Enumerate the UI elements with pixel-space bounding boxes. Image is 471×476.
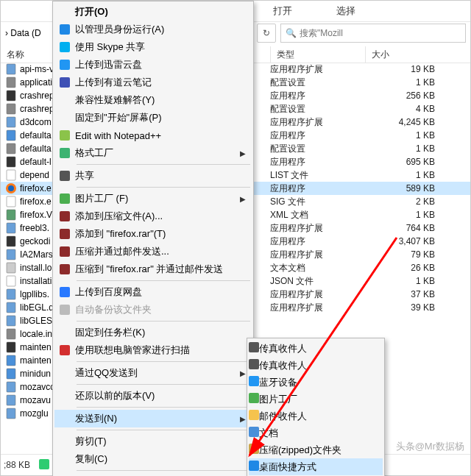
file-type: XML 文档: [264, 209, 358, 221]
file-size: 1 KB: [358, 130, 470, 141]
menu-item-label: 使用联想电脑管家进行扫描: [75, 344, 240, 357]
file-type: 应用程序: [264, 235, 358, 248]
file-icon: [5, 328, 17, 340]
tab-select[interactable]: 选择: [314, 4, 378, 18]
file-size: 1 KB: [358, 276, 470, 286]
file-icon: [5, 169, 17, 181]
menu-item[interactable]: 发送到(N) ▶: [54, 410, 252, 427]
file-size: 39 KB: [358, 302, 470, 313]
menu-item-label: 上传到百度网盘: [75, 285, 240, 299]
rar-icon: [54, 211, 75, 221]
menu-item[interactable]: 剪切(T): [54, 433, 252, 450]
doc-icon: [249, 427, 259, 439]
menu-item[interactable]: 还原以前的版本(V): [54, 387, 252, 405]
menu-item[interactable]: 图片工厂 (F) ▶: [54, 190, 252, 207]
submenu-item[interactable]: 传真收件人: [249, 340, 383, 357]
submenu-arrow-icon: ▶: [240, 149, 252, 157]
bt-icon: [249, 376, 259, 388]
file-size: 1 KB: [358, 143, 470, 154]
search-icon: 🔍: [286, 28, 297, 38]
svg-rect-12: [7, 210, 15, 220]
file-size: 695 KB: [358, 157, 470, 167]
submenu-item[interactable]: 文档: [249, 425, 383, 441]
share-icon: [54, 171, 75, 181]
file-size: 764 KB: [358, 223, 470, 233]
menu-item[interactable]: 添加到压缩文件(A)...: [54, 207, 252, 225]
submenu-item[interactable]: 邮件收件人: [249, 408, 383, 425]
submenu-item-label: 压缩(zipped)文件夹: [259, 444, 341, 457]
xunlei-icon: [54, 60, 75, 70]
file-icon: [5, 77, 17, 88]
breadcrumb[interactable]: › Data (D: [5, 28, 49, 38]
menu-item[interactable]: 压缩并通过邮件发送...: [54, 243, 252, 260]
menu-item[interactable]: 固定到"开始"屏幕(P): [54, 109, 252, 127]
file-icon: [5, 249, 17, 260]
menu-item-label: 添加到压缩文件(A)...: [75, 210, 240, 223]
menu-item-label: 使用 Skype 共享: [75, 40, 240, 54]
file-icon: [5, 209, 17, 221]
submenu-item[interactable]: 传真收件人: [249, 357, 383, 374]
file-size: 1 KB: [358, 210, 470, 220]
file-size: 256 KB: [358, 90, 470, 101]
file-type: 应用程序: [264, 182, 358, 195]
file-icon: [5, 408, 17, 419]
menu-item-label: 自动备份该文件夹: [75, 303, 240, 316]
submenu-item[interactable]: 桌面快捷方式: [249, 458, 383, 475]
file-icon: [5, 90, 17, 102]
submenu-item-label: 图片工厂: [259, 393, 297, 406]
menu-item[interactable]: 创建快捷方式(S): [54, 473, 252, 476]
file-icon: [5, 196, 17, 207]
file-type: 应用程序扩展: [264, 222, 358, 235]
rar-icon: [54, 264, 75, 274]
menu-item[interactable]: 复制(C): [54, 450, 252, 468]
status-size: ;88 KB: [4, 460, 30, 470]
menu-item: 自动备份该文件夹: [54, 301, 252, 319]
menu-item[interactable]: 格式工厂 ▶: [54, 144, 252, 162]
menu-item[interactable]: 通过QQ发送到 ▶: [54, 364, 252, 382]
menu-item[interactable]: 共享: [54, 167, 252, 185]
svg-rect-21: [7, 329, 15, 339]
menu-item[interactable]: 压缩到 "firefox.rar" 并通过邮件发送: [54, 260, 252, 278]
submenu-item[interactable]: 压缩(zipped)文件夹: [249, 441, 383, 458]
file-type: SIG 文件: [264, 196, 358, 208]
file-type: 应用程序扩展: [264, 302, 358, 314]
menu-item-label: 发送到(N): [75, 412, 240, 425]
file-size: 4 KB: [358, 104, 470, 114]
file-icon: [5, 394, 17, 406]
baidu-icon: [54, 287, 75, 297]
file-icon: [5, 116, 17, 128]
svg-rect-6: [7, 143, 15, 154]
submenu-item[interactable]: 图片工厂: [249, 391, 383, 408]
header-type[interactable]: 类型: [271, 46, 366, 63]
menu-item-label: 共享: [75, 169, 240, 182]
menu-item[interactable]: 打开(O): [54, 3, 252, 21]
file-size: 1 KB: [358, 170, 470, 180]
menu-item[interactable]: 上传到迅雷云盘: [54, 56, 252, 74]
menu-item-label: 上传到迅雷云盘: [75, 58, 240, 71]
menu-item[interactable]: Edit with Notepad++: [54, 127, 252, 144]
file-icon: [5, 288, 17, 300]
menu-item-label: 压缩到 "firefox.rar" 并通过邮件发送: [75, 263, 240, 276]
header-size[interactable]: 大小: [366, 46, 470, 63]
file-size: 26 KB: [358, 263, 470, 273]
menu-item[interactable]: 使用 Skype 共享: [54, 38, 252, 56]
file-type: 配置设置: [264, 143, 358, 155]
menu-item[interactable]: 上传到百度网盘: [54, 283, 252, 301]
file-icon: [5, 63, 17, 75]
tab-open[interactable]: 打开: [251, 4, 314, 18]
refresh-button[interactable]: ↻: [257, 24, 276, 43]
svg-rect-7: [7, 157, 15, 167]
menu-item[interactable]: 以管理员身份运行(A): [54, 21, 252, 38]
npp-icon: [54, 130, 75, 141]
submenu-item[interactable]: 蓝牙设备: [249, 374, 383, 391]
search-input[interactable]: 🔍 搜索"Mozill: [280, 24, 466, 43]
menu-item[interactable]: 添加到 "firefox.rar"(T): [54, 225, 252, 243]
svg-rect-2: [7, 90, 15, 101]
menu-item[interactable]: 上传到有道云笔记: [54, 74, 252, 91]
submenu-arrow-icon: ▶: [240, 195, 252, 203]
file-type: 文本文档: [264, 262, 358, 274]
svg-rect-4: [7, 117, 15, 127]
menu-item[interactable]: 固定到任务栏(K): [54, 324, 252, 341]
menu-item[interactable]: 兼容性疑难解答(Y): [54, 91, 252, 109]
menu-item[interactable]: 使用联想电脑管家进行扫描: [54, 341, 252, 359]
